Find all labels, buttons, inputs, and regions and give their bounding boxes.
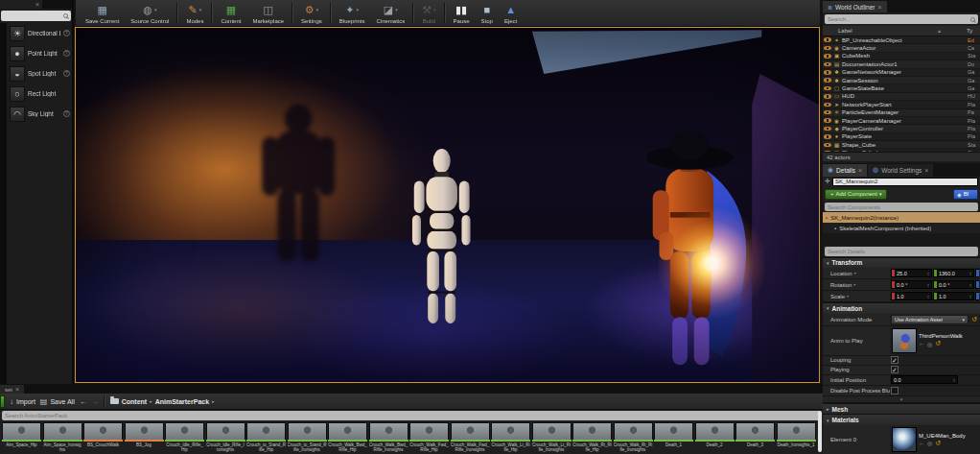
- close-icon[interactable]: ×: [35, 1, 39, 8]
- question-circle-icon[interactable]: ?: [63, 110, 70, 117]
- animation-asset-thumbnail[interactable]: [892, 328, 917, 353]
- visibility-eye-icon[interactable]: [824, 94, 831, 99]
- sort-asc-icon[interactable]: ▲: [937, 28, 942, 34]
- asset-tile[interactable]: Aim_Space_Ironsights: [43, 422, 82, 453]
- close-icon[interactable]: ×: [15, 386, 19, 393]
- add-component-button[interactable]: + Add Component ▾: [825, 189, 887, 200]
- place-actors-search-input[interactable]: [4, 13, 63, 19]
- asset-tile[interactable]: Crouch_Idle_Rifle_Ironsights: [206, 422, 245, 453]
- value-field-x[interactable]: 0.0 °↕: [891, 280, 932, 289]
- component-row[interactable]: ▪ SK_Mannequin2(Instance): [823, 212, 980, 223]
- question-circle-icon[interactable]: ?: [63, 70, 70, 77]
- edit-blueprint-button[interactable]: ◈ Bl: [953, 189, 978, 200]
- question-circle-icon[interactable]: ?: [63, 50, 70, 57]
- visibility-eye-icon[interactable]: [824, 46, 831, 51]
- place-actors-search[interactable]: [1, 11, 71, 21]
- outliner-row[interactable]: ✦ BP_UnreachableObject Ed: [823, 36, 980, 44]
- initial-position-field[interactable]: 0.0↕: [891, 375, 958, 384]
- outliner-row[interactable]: ➤ NetworkPlayerStart Pla: [823, 101, 980, 108]
- visibility-eye-icon[interactable]: [824, 127, 831, 131]
- visibility-eye-icon[interactable]: [824, 37, 831, 42]
- asset-tile[interactable]: Crouch_Idle_Rifle_Hip: [165, 422, 204, 453]
- value-field-y[interactable]: 0.0 °↕: [933, 280, 974, 289]
- visibility-eye-icon[interactable]: [824, 62, 831, 67]
- outliner-search[interactable]: [825, 14, 978, 24]
- column-type[interactable]: Ty: [967, 28, 980, 34]
- outliner-row[interactable]: ▤ DocumentationActor1 Do: [823, 60, 980, 68]
- reset-to-default-icon[interactable]: ↺: [935, 340, 941, 347]
- use-selected-asset-icon[interactable]: ←: [919, 441, 924, 446]
- visibility-eye-icon[interactable]: [824, 110, 831, 115]
- value-field-z-clipped[interactable]: [975, 280, 979, 289]
- reset-to-default-icon[interactable]: ↺: [971, 316, 977, 323]
- outliner-search-input[interactable]: [828, 16, 970, 22]
- toolbar-button[interactable]: ◫ ▾ Marketplace: [246, 1, 290, 25]
- asset-tile[interactable]: Death_Ironsights_1: [777, 422, 816, 453]
- asset-tile[interactable]: Death_2: [695, 422, 735, 453]
- outliner-row[interactable]: ✱ GameSession Ga: [823, 77, 980, 84]
- visibility-eye-icon[interactable]: [824, 86, 831, 91]
- toolbar-button[interactable]: ◍ ▾ Source Control: [125, 1, 175, 25]
- visibility-eye-icon[interactable]: [824, 134, 831, 139]
- toolbar-button[interactable]: ▦ ▾ Save Current: [80, 1, 125, 25]
- place-actors-tab[interactable]: ×: [0, 0, 42, 9]
- value-spinner[interactable]: ↕: [925, 270, 931, 276]
- toolbar-button[interactable]: ▮▮ ▾ Pause: [448, 1, 476, 25]
- visibility-eye-icon[interactable]: [824, 103, 831, 108]
- asset-tile[interactable]: Death_3: [735, 422, 775, 453]
- looping-checkbox[interactable]: [891, 356, 898, 364]
- value-spinner[interactable]: ↕: [925, 281, 931, 288]
- outliner-row[interactable]: ◉ PlayerCameraManager Pla: [823, 117, 980, 125]
- value-field-y[interactable]: 1360.0↕: [933, 269, 974, 277]
- outliner-row[interactable]: ◆ PlayerController Pla: [823, 125, 980, 132]
- section-transform[interactable]: ▾ Transform: [823, 257, 980, 269]
- breadcrumb-leaf[interactable]: AnimStarterPack: [155, 398, 209, 405]
- place-actor-item[interactable]: ◒ Spot Light ?: [8, 63, 72, 84]
- material-thumbnail[interactable]: [892, 427, 917, 452]
- asset-tile[interactable]: Aim_Space_Hip: [2, 422, 41, 453]
- asset-tile[interactable]: Crouch_Walk_Fwd_Rifle_Ironsights: [451, 422, 490, 453]
- column-label[interactable]: Label: [838, 28, 937, 34]
- value-field-y[interactable]: 1.0↕: [933, 292, 974, 300]
- asset-tile[interactable]: BS_CrouchWalk: [83, 422, 123, 453]
- place-actor-item[interactable]: ● Point Light ?: [8, 43, 72, 63]
- use-selected-asset-icon[interactable]: ←: [919, 341, 924, 346]
- asset-tile[interactable]: Crouch_Walk_Lt_Rifle_Ironsights: [532, 422, 572, 453]
- chevron-right-icon[interactable]: ▸: [212, 398, 215, 404]
- place-actor-item[interactable]: ○ Rect Light ?: [8, 84, 72, 104]
- place-actor-item[interactable]: ◠ Sky Light ?: [8, 104, 72, 124]
- outliner-row[interactable]: ◉ CameraActor Ca: [823, 44, 980, 52]
- breadcrumb-root[interactable]: Content: [122, 398, 147, 405]
- close-icon[interactable]: ×: [858, 167, 862, 174]
- outliner-row[interactable]: ✱ GameNetworkManager Ga: [823, 69, 980, 77]
- outliner-row[interactable]: ✳ ParticleEventManager Pa: [823, 109, 980, 117]
- value-field-z-clipped[interactable]: [975, 292, 979, 300]
- visibility-eye-icon[interactable]: [824, 78, 831, 83]
- close-icon[interactable]: ×: [924, 167, 928, 174]
- toolbar-button[interactable]: ▦ ▾ Content: [215, 1, 246, 25]
- asset-tile[interactable]: Death_1: [654, 422, 693, 453]
- forward-icon[interactable]: →: [91, 397, 99, 406]
- toolbar-button[interactable]: ✦ ▾ Blueprints: [334, 1, 371, 25]
- content-browser-tab[interactable]: set ×: [0, 385, 24, 394]
- search-details[interactable]: [825, 247, 978, 256]
- toolbar-button[interactable]: ⚙ ▾ Settings: [295, 1, 328, 25]
- material-name[interactable]: M_UE4Man_Body: [919, 433, 980, 439]
- value-spinner[interactable]: ↕: [968, 281, 973, 288]
- question-circle-icon[interactable]: ?: [63, 30, 70, 36]
- toolbar-button[interactable]: ▲ ▾ Eject: [499, 1, 523, 25]
- section-materials[interactable]: ▾ Materials: [823, 414, 980, 425]
- browse-to-asset-icon[interactable]: ◎: [927, 440, 932, 446]
- section-animation[interactable]: ▾ Animation: [823, 302, 980, 314]
- value-spinner[interactable]: ↕: [951, 376, 957, 383]
- value-field-x[interactable]: 25.0↕: [891, 269, 932, 277]
- world-outliner-tab[interactable]: ≣ World Outliner ×: [823, 1, 887, 12]
- value-spinner[interactable]: ↕: [968, 270, 973, 276]
- save-all-button[interactable]: ▤ Save All: [40, 397, 75, 406]
- visibility-eye-icon[interactable]: [824, 54, 831, 59]
- value-field-x[interactable]: 1.0↕: [891, 292, 932, 300]
- component-row[interactable]: ▪ SkeletalMeshComponent (Inherited): [823, 223, 980, 233]
- search-components[interactable]: [825, 203, 978, 212]
- outliner-row[interactable]: ▦ Shape_Cube Sta: [823, 141, 980, 149]
- search-components-input[interactable]: [828, 204, 975, 210]
